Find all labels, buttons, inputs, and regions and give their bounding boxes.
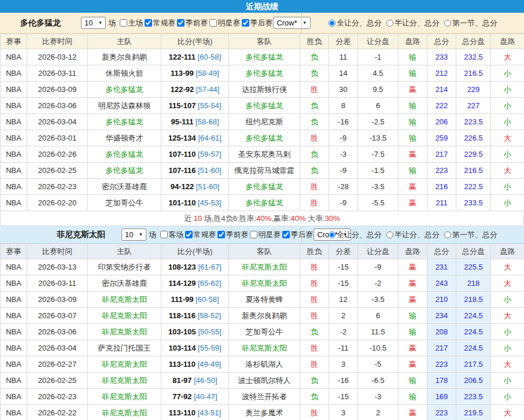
handicap-cell: -9 xyxy=(358,259,398,275)
games-count-select[interactable]: 10▼ xyxy=(121,229,146,241)
games-count-select[interactable]: 10▼ xyxy=(81,17,106,29)
filter-checkbox[interactable]: 客场 xyxy=(159,230,183,240)
radio-input[interactable] xyxy=(329,20,335,27)
odds-company-value: Crow* xyxy=(276,19,297,27)
odds-mode-radio[interactable]: 半让分、总分 xyxy=(386,230,440,240)
diff-cell: -9 xyxy=(329,163,358,179)
diff-cell: -15 xyxy=(329,275,358,292)
odds-mode-radio-group: 全让分、总分半让分、总分第一节、总分 xyxy=(302,13,524,33)
total-cell: 222 xyxy=(427,98,456,114)
handicap-cell: 9.5 xyxy=(358,82,398,98)
filter-checkbox[interactable]: 季前赛 xyxy=(176,18,208,28)
filter-checkbox[interactable]: 明星赛 xyxy=(208,18,240,28)
odds-mode-radio[interactable]: 第一节、总分 xyxy=(444,18,497,28)
games-count-suffix: 场 xyxy=(108,18,116,28)
home-team-cell: 密尔沃基雄鹿 xyxy=(88,179,161,195)
radio-input[interactable] xyxy=(386,231,393,238)
final-score: 111-99 xyxy=(171,295,193,304)
checkbox-input[interactable] xyxy=(209,19,217,27)
total-cell: 210 xyxy=(427,292,456,308)
score-cell: 115-107 [55-54] xyxy=(161,98,229,114)
ou-cell: 小 xyxy=(491,389,524,405)
checkbox-input[interactable] xyxy=(242,19,249,27)
checkbox-input[interactable] xyxy=(145,19,152,27)
checkbox-input[interactable] xyxy=(177,19,184,27)
score-cell: 107-110 [59-57] xyxy=(161,146,229,163)
radio-input[interactable] xyxy=(329,231,335,238)
ou-cell: 小 xyxy=(491,82,524,98)
total-cell: 212 xyxy=(427,65,456,82)
checkbox-label: 客场 xyxy=(168,230,183,240)
odds-mode-radio[interactable]: 全让分、总分 xyxy=(329,18,382,28)
filter-checkbox[interactable]: 季后赛 xyxy=(241,18,272,28)
checkbox-input[interactable] xyxy=(160,231,168,238)
result-cell: 胜 xyxy=(300,292,329,308)
radio-input[interactable] xyxy=(444,20,451,27)
handicap-cell: 11.5 xyxy=(358,324,398,340)
filter-checkbox[interactable]: 常规赛 xyxy=(143,18,175,28)
total-line-cell: 224.5 xyxy=(456,340,491,356)
away-team-cell: 多伦多猛龙 xyxy=(229,98,300,114)
handicap-cell: 6 xyxy=(358,98,398,114)
radio-label: 第一节、总分 xyxy=(452,18,497,28)
ou-cell: 大 xyxy=(491,356,524,373)
col-date: 比赛时间 xyxy=(27,34,88,49)
league-cell: NBA xyxy=(1,98,27,114)
home-team-cell: 菲尼克斯太阳 xyxy=(88,292,161,308)
game-row: NBA2026-02-23菲尼克斯太阳77-92 [40-47]波特兰开拓者负-… xyxy=(1,389,524,405)
result-cell: 负 xyxy=(300,114,329,130)
radio-input[interactable] xyxy=(386,20,393,27)
total-cell: 169 xyxy=(427,389,456,405)
filter-checkbox[interactable]: 明星赛 xyxy=(249,230,281,240)
checkbox-input[interactable] xyxy=(282,231,290,238)
half-score: [55-54] xyxy=(198,101,221,110)
diff-cell: 30 xyxy=(329,82,358,98)
final-score: 101-110 xyxy=(168,198,195,207)
result-cell: 胜 xyxy=(300,195,329,211)
score-cell: 81-97 [46-50] xyxy=(161,373,229,389)
final-score: 103-114 xyxy=(168,344,195,352)
date-cell: 2026-02-22 xyxy=(27,405,88,420)
final-score: 113-99 xyxy=(171,69,194,78)
suns-results-table: 赛事 比赛时间 主队 比分(半场) 客队 胜负 分差 让分盘 盘路 总分 总分盘… xyxy=(0,244,524,420)
half-score: [58-52] xyxy=(198,311,221,320)
handicap-cell: 4.5 xyxy=(358,65,398,82)
handicap-cell: -3.5 xyxy=(358,179,398,195)
handicap-cell: 2 xyxy=(358,405,398,420)
col-total: 总分 xyxy=(427,34,456,49)
final-score: 125-134 xyxy=(168,134,196,142)
col-total-line: 总分盘 xyxy=(456,34,491,49)
away-team-cell: 奥兰多魔术 xyxy=(229,405,300,420)
checkbox-input[interactable] xyxy=(185,231,193,238)
game-row: NBA2026-02-22菲尼克斯太阳113-110 [43-51]奥兰多魔术胜… xyxy=(1,405,524,420)
odds-mode-radio[interactable]: 第一节、总分 xyxy=(444,230,497,240)
col-handicap-result: 盘路 xyxy=(398,244,427,259)
final-score: 115-107 xyxy=(168,101,195,110)
diff-cell: -15 xyxy=(329,259,358,275)
total-line-cell: 232.5 xyxy=(456,49,491,65)
diff-cell: -16 xyxy=(329,373,358,389)
checkbox-input[interactable] xyxy=(120,19,127,27)
odds-mode-radio[interactable]: 半让分、总分 xyxy=(386,18,440,28)
handicap-result-cell: 输 xyxy=(398,130,427,146)
date-cell: 2026-02-25 xyxy=(27,373,88,389)
final-score: 81-97 xyxy=(172,376,191,385)
final-score: 107-110 xyxy=(168,150,195,159)
filter-checkbox[interactable]: 主场 xyxy=(119,18,143,28)
league-cell: NBA xyxy=(1,373,27,389)
checkbox-input[interactable] xyxy=(250,231,257,238)
total-cell: 231 xyxy=(427,259,456,275)
odds-mode-radio[interactable]: 全让分、总分 xyxy=(329,230,382,240)
date-cell: 2026-03-04 xyxy=(27,114,88,130)
date-cell: 2026-03-09 xyxy=(27,82,88,98)
home-team-cell: 密尔沃基雄鹿 xyxy=(88,275,161,292)
date-cell: 2026-02-23 xyxy=(27,179,88,195)
filter-checkbox[interactable]: 季前赛 xyxy=(216,230,248,240)
checkbox-input[interactable] xyxy=(217,231,225,238)
filter-checkbox[interactable]: 常规赛 xyxy=(184,230,216,240)
radio-input[interactable] xyxy=(444,231,451,238)
handicap-cell: 6 xyxy=(358,308,398,324)
total-line-cell: 223.5 xyxy=(456,114,491,130)
ou-cell: 大 xyxy=(491,259,524,275)
home-team-cell: 多伦多猛龙 xyxy=(88,163,161,179)
